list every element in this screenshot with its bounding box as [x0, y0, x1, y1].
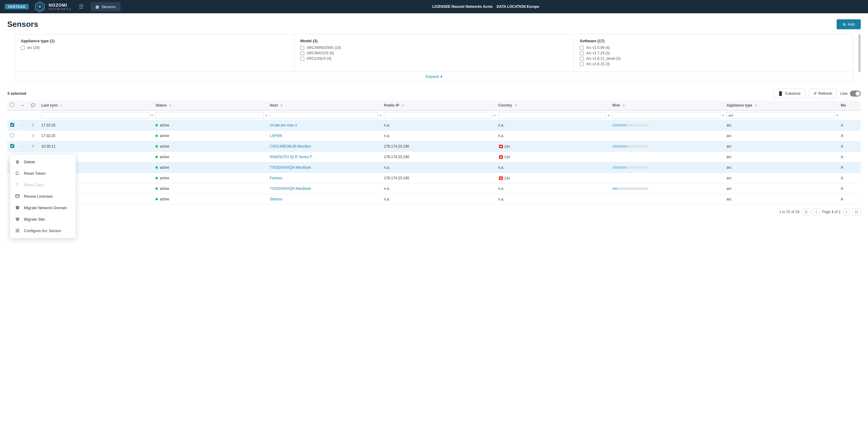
pagination: 1 to 25 of 29 ⟨⟨ ⟨ Page 1 of 2 ⟩ ⟩⟩ — [7, 205, 861, 218]
row-status: active — [152, 162, 267, 173]
filter-arc-macos-label: ARC/MACOS (6) — [307, 51, 334, 55]
host-link[interactable]: TX03DXWXQN-MacBook — [270, 187, 311, 191]
host-link[interactable]: Fanless — [270, 176, 282, 180]
table-row: ···4:30activeTX03DXWXQN-MacBookn.a.n.a.a… — [7, 184, 861, 194]
row-public-ip: n.a. — [381, 131, 495, 141]
filter-country-cell: ▼ — [495, 111, 609, 120]
columns-icon: ▐▌ — [778, 91, 783, 96]
filter-arc-linux-checkbox[interactable] — [300, 57, 304, 61]
th-public-ip[interactable]: Public IP ▼ — [381, 100, 495, 111]
status-filter-btn[interactable]: ▼ — [265, 114, 268, 117]
host-link[interactable]: C02GJ0B1ML85-MacBoo — [270, 144, 311, 149]
row-menu[interactable]: ··· — [18, 120, 28, 131]
table-header-row: ··· 💬 Last sync ↓ Status ▼ Host ▼ Public… — [7, 100, 861, 111]
host-link[interactable]: LSPW8 — [270, 134, 282, 138]
last-page-button[interactable]: ⟩⟩ — [852, 208, 861, 216]
host-link[interactable]: TX03DXWXQN-MacBook — [270, 165, 311, 170]
menu-delete[interactable]: 🗑 Delete — [10, 156, 76, 167]
status-dot — [155, 134, 158, 137]
page-info: Page 1 of 2 — [822, 210, 840, 214]
row-status: active — [152, 141, 267, 152]
row-country: n.a. — [495, 131, 609, 141]
filter-expand[interactable]: Expand ▾ — [15, 72, 853, 81]
country-filter-btn[interactable]: ▼ — [607, 114, 610, 117]
logo-box — [33, 0, 46, 13]
refresh-button[interactable]: ↺ Refresh — [809, 89, 837, 98]
th-risk[interactable]: Risk ▼ — [609, 100, 723, 111]
th-last-sync[interactable]: Last sync ↓ — [38, 100, 152, 111]
filter-sw4-checkbox[interactable] — [580, 62, 584, 66]
lastsync-filter-btn[interactable]: ▼ — [151, 114, 154, 117]
status-filter-input[interactable] — [155, 112, 264, 119]
menu-renew-licenses[interactable]: Renew Licenses — [10, 190, 76, 202]
host-filter-input[interactable] — [270, 112, 378, 119]
risk-bar — [612, 166, 626, 169]
filter-arc-checkbox[interactable] — [21, 46, 25, 50]
host-link[interactable]: ch-lab-arc-mac-1 — [270, 123, 297, 127]
row-checkbox[interactable] — [10, 144, 14, 148]
filter-sw1-checkbox[interactable] — [580, 46, 584, 50]
publicip-filter-input[interactable] — [384, 112, 492, 119]
th-host[interactable]: Host ▼ — [267, 100, 381, 111]
publicip-filter-btn[interactable]: ▼ — [493, 114, 496, 117]
licensee-label: LICENSEE — [433, 4, 451, 9]
country-flag: 🇨🇭 — [498, 176, 503, 181]
menu-reset-token[interactable]: Reset Token — [10, 167, 76, 179]
scrollbar[interactable] — [858, 34, 861, 72]
row-menu[interactable]: ··· — [18, 131, 28, 141]
appliance-filter-input[interactable] — [726, 112, 835, 119]
risk-filter-input[interactable] — [612, 112, 720, 119]
th-checkbox[interactable] — [7, 100, 18, 111]
menu-migrate-site[interactable]: Migrate Site — [10, 213, 76, 225]
table-row: ···:22activeR04ENCPU iQ-R Series F178.17… — [7, 152, 861, 162]
filter-status-cell: ▼ — [152, 111, 267, 120]
next-page-button[interactable]: ⟩ — [843, 208, 850, 216]
filter-sw2-checkbox[interactable] — [580, 51, 584, 55]
first-page-button[interactable]: ⟨⟨ — [802, 208, 810, 216]
row-country: 🇨🇭CH — [495, 173, 609, 184]
hamburger-menu[interactable]: ☰ — [76, 2, 86, 11]
columns-button[interactable]: ▐▌ Columns — [773, 89, 805, 98]
host-link[interactable]: R04ENCPU iQ-R Series F — [270, 155, 312, 159]
logo-area: NOZOMI NETWORKS — [33, 0, 71, 13]
th-country[interactable]: Country ▼ — [495, 100, 609, 111]
country-filter-icon[interactable]: ▼ — [514, 104, 517, 107]
page-content: Sensors ⊕ Add Appliance type (1) arc (29… — [0, 13, 868, 431]
table-filter-row: ▼ ▼ ▼ ▼ ▼ — [7, 111, 861, 120]
last-sync-filter-input[interactable] — [41, 112, 149, 119]
appliance-filter-btn[interactable]: ▼ — [836, 114, 839, 117]
status-dot — [155, 187, 158, 190]
filter-lastsync-cell: ▼ — [38, 111, 152, 120]
publicip-filter-icon[interactable]: ▼ — [401, 104, 404, 107]
page-header: Sensors ⊕ Add — [0, 13, 868, 34]
risk-filter-icon[interactable]: ▼ — [622, 104, 625, 107]
host-link[interactable]: Stefano — [270, 197, 282, 201]
top-bar: VANTAGE NOZOMI NETWORKS ☰ ▦ Sensors LICE… — [0, 0, 868, 13]
add-button[interactable]: ⊕ Add — [837, 19, 861, 29]
prev-page-button[interactable]: ⟨ — [813, 208, 820, 216]
risk-filter-btn[interactable]: ▼ — [722, 114, 725, 117]
filter-sw3-checkbox[interactable] — [580, 57, 584, 61]
menu-reset-token-label: Reset Token — [24, 171, 45, 176]
th-status[interactable]: Status ▼ — [152, 100, 267, 111]
filter-arc-windows-checkbox[interactable] — [300, 46, 304, 50]
select-all-checkbox[interactable] — [10, 103, 14, 107]
sensors-nav-button[interactable]: ▦ Sensors — [91, 2, 120, 11]
filter-sw1-label: Arc v1.5.99 (4) — [586, 45, 610, 50]
live-toggle-switch[interactable] — [850, 91, 861, 97]
menu-configure-arc-sensor-label: Configure Arc Sensor — [24, 228, 61, 233]
row-checkbox[interactable] — [10, 133, 14, 137]
row-menu[interactable]: ··· — [18, 141, 28, 152]
th-model[interactable]: Mo — [838, 100, 861, 111]
menu-configure-arc-sensor[interactable]: Configure Arc Sensor — [10, 225, 76, 236]
appliance-filter-icon[interactable]: ▼ — [754, 104, 757, 107]
host-filter-btn[interactable]: ▼ — [379, 114, 382, 117]
host-filter-icon[interactable]: ▼ — [280, 104, 283, 107]
row-checkbox[interactable] — [10, 123, 14, 127]
country-filter-input[interactable] — [498, 112, 606, 119]
menu-migrate-network-domain[interactable]: Migrate Network Domain — [10, 202, 76, 213]
filter-arc-macos-checkbox[interactable] — [300, 51, 304, 55]
status-filter-icon[interactable]: ▼ — [169, 104, 172, 107]
filter-panel: Appliance type (1) arc (29) Model (3) AR… — [14, 34, 854, 82]
th-appliance-type[interactable]: Appliance type ▼ — [723, 100, 838, 111]
